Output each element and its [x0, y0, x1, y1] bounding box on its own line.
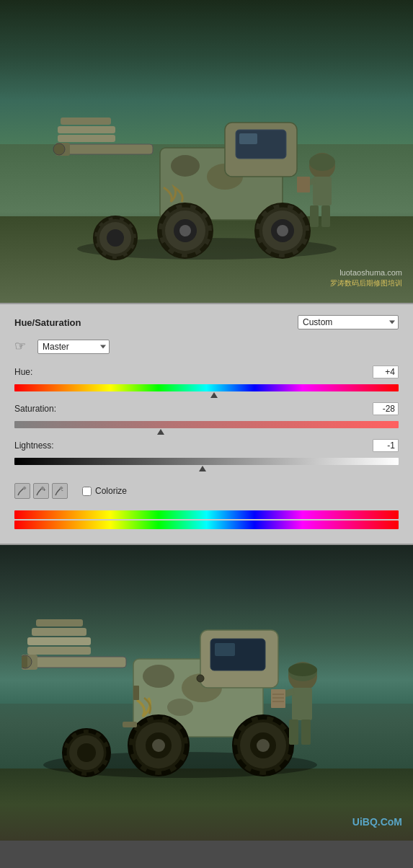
svg-rect-62	[215, 643, 235, 656]
lightness-label: Lightness:	[14, 440, 54, 451]
svg-line-39	[37, 492, 38, 495]
hue-track[interactable]	[14, 384, 399, 391]
watermark-bottom: UiBQ.CoM	[352, 816, 402, 828]
color-bar-result	[14, 521, 399, 529]
eyedropper-group: + -	[14, 483, 68, 499]
preset-dropdown[interactable]: Custom Default Cyanotype Increase Satura…	[298, 315, 399, 329]
watermark-top: luotaoshuma.com 罗涛数码后期修图培训	[330, 267, 402, 288]
lightness-track[interactable]	[14, 458, 399, 465]
colorize-label: Colorize	[95, 486, 127, 496]
color-bars	[14, 510, 399, 529]
svg-rect-53	[32, 628, 86, 636]
eyedropper-subtract-button[interactable]: -	[52, 483, 68, 499]
hue-value[interactable]: +4	[373, 366, 399, 378]
svg-rect-51	[27, 637, 91, 645]
svg-point-17	[179, 225, 191, 236]
svg-point-33	[309, 154, 335, 171]
colorize-row: + - Colorize	[14, 483, 399, 499]
svg-rect-89	[133, 686, 139, 700]
panel-header: Hue/Saturation Custom Default Cyanotype …	[14, 315, 399, 329]
svg-rect-13	[239, 133, 257, 144]
svg-rect-81	[301, 719, 311, 745]
svg-point-59	[167, 699, 193, 716]
svg-text:-: -	[61, 487, 63, 493]
lightness-slider-row: Lightness: -1	[14, 439, 399, 469]
svg-rect-54	[36, 619, 83, 626]
svg-rect-47	[25, 657, 126, 668]
svg-rect-30	[310, 205, 319, 227]
svg-point-56	[143, 665, 174, 688]
svg-rect-31	[321, 205, 330, 227]
vehicle-illustration	[52, 61, 362, 263]
top-image-panel: luotaoshuma.com 罗涛数码后期修图培训	[0, 0, 413, 303]
svg-text:+: +	[43, 487, 46, 493]
svg-point-75	[77, 743, 96, 762]
saturation-slider-track-container[interactable]	[14, 417, 399, 432]
svg-rect-50	[22, 656, 27, 668]
svg-point-90	[197, 675, 204, 682]
svg-rect-77	[123, 722, 137, 727]
hue-slider-row: Hue: +4	[14, 366, 399, 395]
svg-rect-34	[297, 177, 310, 192]
svg-point-8	[171, 155, 200, 177]
saturation-slider-row: Saturation: -28	[14, 402, 399, 432]
hue-slider-track-container[interactable]	[14, 381, 399, 395]
saturation-thumb[interactable]	[157, 429, 164, 435]
lightness-value[interactable]: -1	[373, 439, 399, 452]
svg-rect-1	[59, 144, 153, 154]
svg-rect-80	[289, 719, 298, 745]
bottom-image-panel: UiBQ.CoM	[0, 545, 413, 841]
saturation-label: Saturation:	[14, 404, 56, 414]
colorize-checkbox-label[interactable]: Colorize	[82, 486, 127, 496]
svg-point-71	[257, 739, 270, 752]
svg-rect-52	[27, 647, 91, 655]
svg-rect-4	[58, 126, 115, 133]
svg-point-26	[107, 229, 124, 247]
lightness-slider-track-container[interactable]	[14, 454, 399, 469]
saturation-track[interactable]	[14, 421, 399, 428]
preset-dropdown-wrapper[interactable]: Custom Default Cyanotype Increase Satura…	[298, 315, 399, 329]
saturation-value[interactable]: -28	[373, 402, 399, 415]
svg-point-3	[53, 143, 65, 155]
eyedropper-button[interactable]	[14, 483, 30, 499]
lightness-thumb[interactable]	[199, 466, 206, 471]
panel-title: Hue/Saturation	[14, 317, 81, 328]
svg-point-22	[277, 225, 288, 236]
colorize-checkbox[interactable]	[82, 487, 92, 496]
hue-saturation-panel: Hue/Saturation Custom Default Cyanotype …	[0, 303, 413, 545]
svg-point-66	[152, 739, 165, 752]
svg-rect-29	[313, 177, 332, 205]
channel-row: ☞ Master Reds Yellows Greens Cyans Blues…	[14, 338, 399, 355]
svg-point-84	[288, 663, 317, 676]
target-adjust-icon[interactable]: ☞	[14, 338, 32, 355]
hue-label: Hue:	[14, 367, 32, 377]
eyedropper-add-button[interactable]: +	[33, 483, 49, 499]
channel-dropdown[interactable]: Master Reds Yellows Greens Cyans Blues M…	[37, 340, 110, 354]
svg-rect-6	[61, 118, 111, 125]
svg-line-36	[18, 492, 19, 495]
svg-line-43	[55, 492, 57, 495]
hue-thumb[interactable]	[210, 392, 218, 398]
svg-rect-5	[58, 135, 115, 142]
color-bar-source	[14, 510, 399, 519]
svg-rect-85	[271, 689, 285, 708]
vehicle-illustration-bottom	[22, 567, 353, 783]
svg-rect-79	[292, 688, 312, 720]
channel-dropdown-wrapper[interactable]: Master Reds Yellows Greens Cyans Blues M…	[37, 340, 110, 354]
